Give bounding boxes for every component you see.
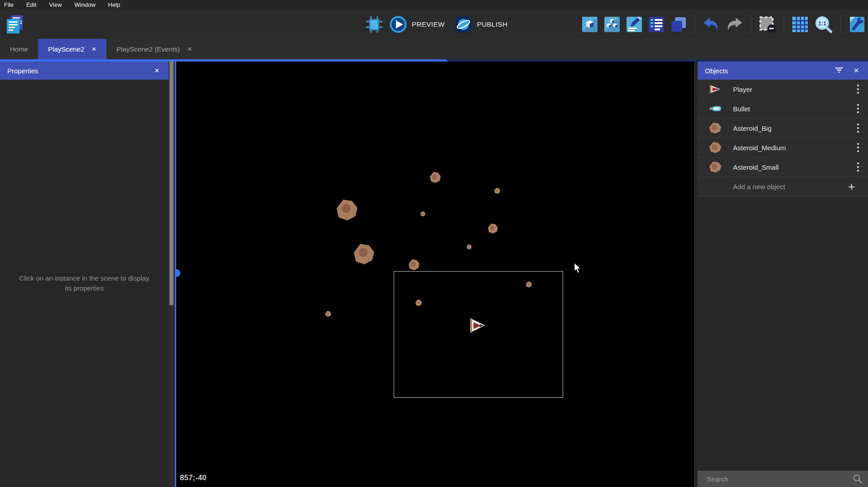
asteroid-icon	[698, 123, 733, 134]
object-row-player[interactable]: Player	[698, 80, 868, 99]
object-row-asteroid-small[interactable]: Asteroid_Small	[698, 158, 868, 177]
edit-scene-icon	[626, 16, 642, 33]
publish-button[interactable]: PUBLISH	[454, 15, 508, 33]
redo-icon	[726, 17, 743, 32]
tab-close-icon[interactable]: ✕	[187, 46, 192, 53]
objects-panel: Objects ✕ Player	[698, 62, 868, 487]
debug-icon	[365, 15, 383, 33]
scene-editor-button[interactable]	[582, 16, 598, 33]
menu-view[interactable]: View	[49, 1, 62, 8]
objects-close-icon[interactable]: ✕	[852, 66, 861, 75]
toolbar-divider	[841, 15, 841, 33]
scene-canvas[interactable]: 857;-40	[175, 62, 694, 487]
object-name: Bullet	[733, 105, 852, 113]
toolbar-divider	[694, 15, 695, 33]
asteroid-icon	[698, 142, 733, 153]
object-menu-icon[interactable]	[852, 104, 868, 113]
camera-border	[394, 271, 563, 398]
tab-playscene2-events[interactable]: PlayScene2 (Events) ✕	[106, 39, 202, 59]
object-name: Player	[733, 86, 852, 93]
scene-properties-icon	[849, 16, 865, 33]
object-menu-icon[interactable]	[852, 143, 868, 152]
edit-scene-button[interactable]	[626, 16, 642, 33]
object-menu-icon[interactable]	[852, 124, 868, 133]
scene-layer	[176, 62, 694, 487]
menu-bar: File Edit View Window Help	[0, 0, 868, 10]
asteroid-instance[interactable]	[337, 200, 357, 220]
objects-list-icon	[604, 16, 620, 33]
project-manager-icon	[4, 14, 25, 35]
tab-close-icon[interactable]: ✕	[92, 46, 96, 53]
menu-edit[interactable]: Edit	[26, 1, 36, 8]
layers-icon	[670, 16, 687, 33]
preview-play-icon	[389, 15, 407, 33]
deselect-icon	[759, 16, 776, 33]
object-menu-icon[interactable]	[852, 162, 868, 172]
preview-button[interactable]: PREVIEW	[389, 15, 445, 33]
asteroid-instance[interactable]	[420, 211, 425, 216]
properties-scrollbar[interactable]	[169, 62, 175, 487]
asteroid-icon	[698, 162, 733, 172]
scene-editor-icon	[582, 16, 598, 33]
menu-window[interactable]: Window	[74, 1, 95, 8]
objects-search-bar	[698, 471, 868, 487]
filter-icon[interactable]	[833, 66, 845, 76]
toolbar-divider	[751, 15, 751, 33]
scene-properties-button[interactable]	[849, 16, 865, 33]
properties-body: Click on an instance in the scene to dis…	[0, 80, 169, 487]
properties-close-icon[interactable]: ✕	[152, 66, 161, 75]
events-sheet-button[interactable]	[648, 16, 665, 33]
toolbar: PREVIEW PUBLISH	[0, 10, 868, 39]
tab-label: Home	[10, 45, 28, 53]
properties-header: Properties ✕	[0, 62, 169, 80]
publish-globe-icon	[454, 15, 473, 33]
bullet-icon	[698, 105, 733, 112]
preview-label: PREVIEW	[412, 20, 445, 28]
debug-button[interactable]	[365, 15, 383, 33]
grid-button[interactable]	[792, 16, 808, 33]
player-ship[interactable]	[470, 317, 487, 334]
asteroid-instance[interactable]	[467, 244, 472, 249]
properties-scrollbar-thumb[interactable]	[169, 62, 174, 305]
asteroid-instance[interactable]	[494, 188, 500, 194]
tab-playscene2[interactable]: PlayScene2 ✕	[38, 39, 106, 59]
tab-bar: Home PlayScene2 ✕ PlayScene2 (Events) ✕	[0, 39, 868, 59]
layers-button[interactable]	[670, 16, 687, 33]
undo-button[interactable]	[703, 17, 720, 32]
mouse-cursor	[574, 263, 582, 274]
add-object-plus-icon[interactable]: +	[848, 180, 868, 194]
object-row-asteroid-medium[interactable]: Asteroid_Medium	[698, 138, 868, 158]
add-object-label: Add a new object	[698, 183, 848, 191]
grid-icon	[792, 16, 808, 33]
menu-help[interactable]: Help	[108, 1, 121, 8]
tab-label: PlayScene2	[48, 45, 84, 53]
menu-file[interactable]: File	[4, 1, 14, 8]
object-row-asteroid-big[interactable]: Asteroid_Big	[698, 119, 868, 138]
object-name: Asteroid_Small	[733, 163, 852, 171]
cursor-coordinates: 857;-40	[180, 473, 207, 482]
objects-list-button[interactable]	[604, 16, 620, 33]
properties-title: Properties	[7, 67, 38, 75]
asteroid-instance[interactable]	[325, 311, 331, 317]
object-menu-icon[interactable]	[852, 85, 868, 94]
publish-label: PUBLISH	[477, 20, 508, 28]
tab-home[interactable]: Home	[0, 39, 38, 59]
deselect-button[interactable]	[759, 16, 776, 33]
undo-icon	[703, 17, 720, 32]
asteroid-instance[interactable]	[354, 244, 374, 264]
zoom-1-1-icon: 1:1	[814, 15, 833, 34]
events-sheet-icon	[648, 16, 665, 33]
add-object-row[interactable]: Add a new object +	[698, 177, 868, 196]
objects-header: Objects ✕	[698, 62, 868, 80]
project-manager-button[interactable]	[4, 14, 25, 35]
zoom-1-1-button[interactable]: 1:1	[814, 15, 833, 34]
redo-button[interactable]	[726, 17, 743, 32]
svg-text:1:1: 1:1	[818, 20, 826, 27]
asteroid-instance[interactable]	[409, 259, 420, 270]
asteroid-instance[interactable]	[430, 172, 441, 183]
object-row-bullet[interactable]: Bullet	[698, 99, 868, 119]
player-ship-icon	[698, 84, 733, 95]
toolbar-divider	[784, 15, 784, 33]
asteroid-instance[interactable]	[488, 224, 498, 234]
objects-search-input[interactable]	[707, 475, 853, 483]
